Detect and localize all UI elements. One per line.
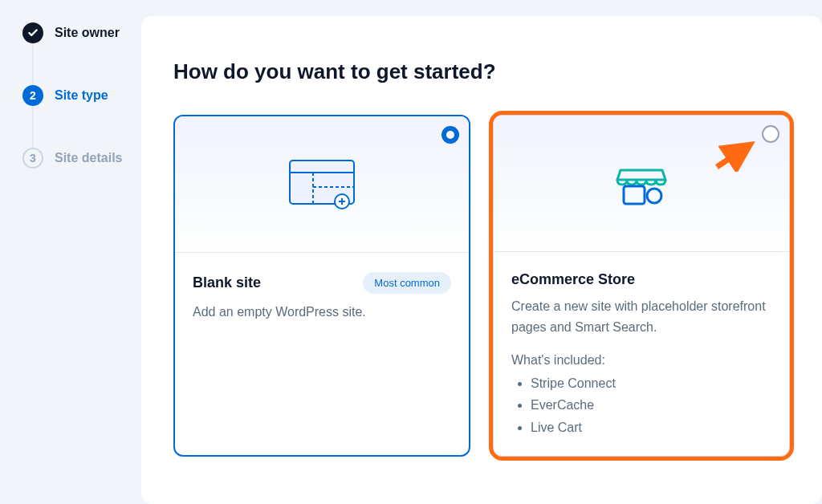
step-label: Site owner — [55, 26, 120, 40]
card-description: Add an empty WordPress site. — [193, 302, 451, 323]
storefront-icon — [612, 159, 670, 209]
svg-rect-7 — [624, 186, 645, 204]
radio-selected-icon[interactable] — [442, 126, 459, 144]
layout-template-icon — [289, 160, 355, 209]
main-panel: How do you want to get started? Blank si… — [141, 16, 822, 504]
card-description: Create a new site with placeholder store… — [511, 296, 771, 337]
card-illustration-area — [175, 116, 469, 253]
option-ecommerce-store[interactable]: eCommerce Store Create a new site with p… — [493, 115, 790, 457]
step-site-details[interactable]: 3 Site details — [22, 148, 135, 169]
annotation-arrow-icon — [712, 140, 760, 172]
step-connector — [32, 43, 34, 85]
svg-point-8 — [647, 189, 661, 203]
wizard-stepper: Site owner 2 Site type 3 Site details — [0, 0, 141, 504]
step-site-type[interactable]: 2 Site type — [22, 85, 135, 106]
card-illustration-area — [494, 116, 789, 252]
included-list: Stripe Connect EverCache Live Cart — [511, 372, 771, 438]
step-connector — [32, 106, 34, 148]
site-type-options: Blank site Most common Add an empty Word… — [173, 115, 790, 457]
step-number-icon: 3 — [22, 148, 43, 169]
list-item: Stripe Connect — [531, 372, 771, 394]
list-item: Live Cart — [531, 417, 771, 438]
step-site-owner[interactable]: Site owner — [22, 22, 135, 43]
step-number-icon: 2 — [22, 85, 43, 106]
card-body: eCommerce Store Create a new site with p… — [494, 252, 789, 456]
card-title: eCommerce Store — [511, 271, 635, 288]
svg-line-9 — [717, 144, 751, 167]
step-label: Site type — [55, 88, 108, 103]
card-body: Blank site Most common Add an empty Word… — [175, 253, 469, 455]
card-title: Blank site — [193, 274, 261, 291]
check-icon — [22, 22, 43, 43]
radio-unselected-icon[interactable] — [762, 125, 779, 143]
step-label: Site details — [55, 151, 122, 165]
included-label: What's included: — [511, 353, 771, 368]
most-common-badge: Most common — [363, 272, 451, 294]
page-title: How do you want to get started? — [173, 59, 790, 84]
list-item: EverCache — [531, 394, 771, 416]
option-blank-site[interactable]: Blank site Most common Add an empty Word… — [173, 115, 470, 457]
